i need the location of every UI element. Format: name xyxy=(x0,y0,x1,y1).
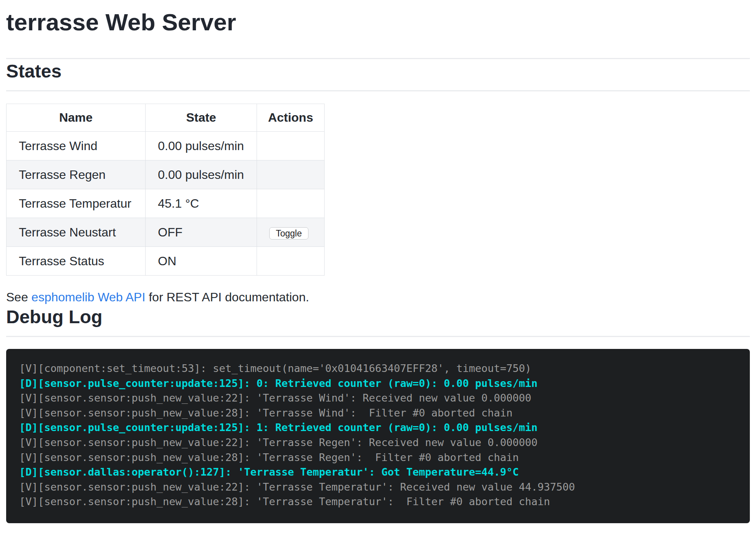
states-table: Name State Actions Terrasse Wind0.00 pul… xyxy=(6,104,325,276)
debug-log-console: [V][component:set_timeout:53]: set_timeo… xyxy=(6,349,750,523)
column-header-actions: Actions xyxy=(257,104,325,132)
cell-name: Terrasse Status xyxy=(7,247,146,276)
log-line: [V][sensor.sensor:push_new_value:22]: 'T… xyxy=(19,391,737,406)
cell-name: Terrasse Wind xyxy=(7,132,146,160)
column-header-name: Name xyxy=(7,104,146,132)
log-line: [V][component:set_timeout:53]: set_timeo… xyxy=(19,361,737,376)
api-note: See esphomelib Web API for REST API docu… xyxy=(6,290,750,304)
page-title: terrasse Web Server xyxy=(6,8,750,36)
cell-actions: Toggle xyxy=(257,218,325,247)
divider xyxy=(6,90,750,91)
log-line: [V][sensor.sensor:push_new_value:22]: 'T… xyxy=(19,480,737,495)
log-line: [D][sensor.pulse_counter:update:125]: 1:… xyxy=(19,420,737,435)
cell-state: 0.00 pulses/min xyxy=(146,160,257,189)
debug-log-heading: Debug Log xyxy=(6,306,750,327)
esphomelib-web-api-link[interactable]: esphomelib Web API xyxy=(32,290,145,304)
cell-actions xyxy=(257,247,325,276)
cell-actions xyxy=(257,189,325,218)
cell-state: 45.1 °C xyxy=(146,189,257,218)
cell-state: ON xyxy=(146,247,257,276)
table-row: Terrasse NeustartOFFToggle xyxy=(7,218,325,247)
divider xyxy=(6,336,750,337)
log-line: [D][sensor.pulse_counter:update:125]: 0:… xyxy=(19,376,737,391)
table-row: Terrasse Regen0.00 pulses/min xyxy=(7,160,325,189)
divider xyxy=(6,58,750,59)
api-note-suffix: for REST API documentation. xyxy=(145,290,309,304)
table-row: Terrasse Temperatur45.1 °C xyxy=(7,189,325,218)
cell-actions xyxy=(257,160,325,189)
api-note-prefix: See xyxy=(6,290,32,304)
log-line: [D][sensor.dallas:operator():127]: 'Terr… xyxy=(19,465,737,480)
page: terrasse Web Server States Name State Ac… xyxy=(0,8,756,523)
states-table-body: Terrasse Wind0.00 pulses/minTerrasse Reg… xyxy=(7,132,325,276)
cell-name: Terrasse Regen xyxy=(7,160,146,189)
cell-state: OFF xyxy=(146,218,257,247)
states-heading: States xyxy=(6,61,750,82)
log-line: [V][sensor.sensor:push_new_value:22]: 'T… xyxy=(19,435,737,450)
toggle-button[interactable]: Toggle xyxy=(269,227,308,240)
log-line: [V][sensor.sensor:push_new_value:28]: 'T… xyxy=(19,494,737,509)
cell-state: 0.00 pulses/min xyxy=(146,132,257,160)
log-line: [V][sensor.sensor:push_new_value:28]: 'T… xyxy=(19,450,737,465)
cell-name: Terrasse Temperatur xyxy=(7,189,146,218)
column-header-state: State xyxy=(146,104,257,132)
table-row: Terrasse Wind0.00 pulses/min xyxy=(7,132,325,160)
table-header-row: Name State Actions xyxy=(7,104,325,132)
table-row: Terrasse StatusON xyxy=(7,247,325,276)
cell-actions xyxy=(257,132,325,160)
log-line: [V][sensor.sensor:push_new_value:28]: 'T… xyxy=(19,406,737,421)
cell-name: Terrasse Neustart xyxy=(7,218,146,247)
